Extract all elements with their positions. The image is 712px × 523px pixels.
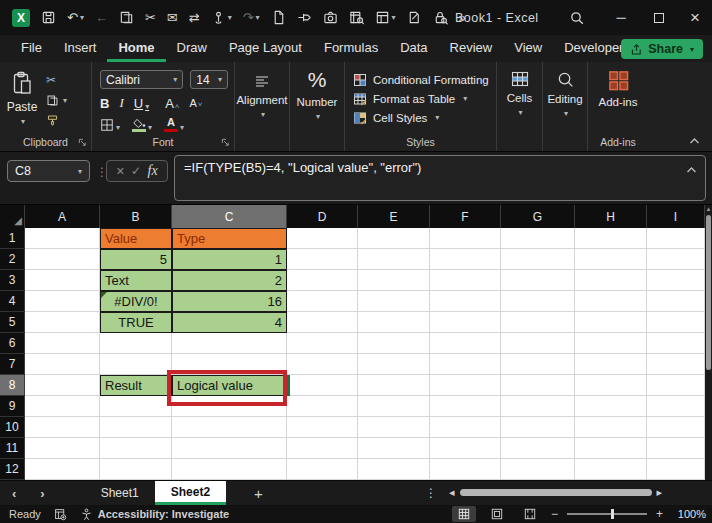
next-sheet-button[interactable]: › <box>28 481 56 505</box>
enter-icon[interactable]: ✓ <box>131 165 141 177</box>
menu-tab-view[interactable]: View <box>503 35 553 62</box>
cell-styles-button[interactable]: Cell Styles▾ <box>353 108 496 127</box>
cell-B12[interactable] <box>100 459 172 480</box>
column-header-e[interactable]: E <box>358 205 430 228</box>
cell-D8[interactable] <box>287 375 358 396</box>
menu-tab-home[interactable]: Home <box>107 35 165 62</box>
expand-formula-bar-button[interactable] <box>686 166 697 174</box>
page-break-view-button[interactable] <box>518 506 542 522</box>
column-header-b[interactable]: B <box>100 205 172 228</box>
column-header-h[interactable]: H <box>575 205 647 228</box>
font-color-button[interactable]: A ▾ <box>164 117 184 132</box>
cell-D10[interactable] <box>287 417 358 438</box>
font-name-select[interactable]: Calibri ▾ <box>100 70 183 89</box>
row-header-6[interactable]: 6 <box>0 333 25 354</box>
cell-E7[interactable] <box>358 354 430 375</box>
row-header-9[interactable]: 9 <box>0 396 25 417</box>
column-header-d[interactable]: D <box>287 205 358 228</box>
cell-I8[interactable] <box>647 375 705 396</box>
cell-F12[interactable] <box>430 459 501 480</box>
maximize-button[interactable] <box>642 0 676 35</box>
scroll-up-icon[interactable]: ▲ <box>705 206 712 212</box>
lock-icon[interactable] <box>433 10 448 25</box>
cell-C3[interactable]: 2 <box>172 270 287 291</box>
column-header-i[interactable]: I <box>647 205 705 228</box>
cell-E10[interactable] <box>358 417 430 438</box>
cell-I4[interactable] <box>647 291 705 312</box>
accessibility-status[interactable]: Accessibility: Investigate <box>80 508 229 521</box>
cell-H12[interactable] <box>575 459 647 480</box>
cells-group[interactable]: Cells ▾ <box>497 62 543 151</box>
cut-icon[interactable]: ✂ <box>145 11 156 24</box>
camera-icon[interactable] <box>323 10 338 25</box>
cell-E6[interactable] <box>358 333 430 354</box>
column-header-c[interactable]: C <box>172 205 287 228</box>
cell-H4[interactable] <box>575 291 647 312</box>
cell-A10[interactable] <box>25 417 100 438</box>
cell-I2[interactable] <box>647 249 705 270</box>
cell-C4[interactable]: 16 <box>172 291 287 312</box>
cell-A7[interactable] <box>25 354 100 375</box>
cell-A6[interactable] <box>25 333 100 354</box>
share-button[interactable]: Share ▾ <box>621 39 703 59</box>
add-sheet-button[interactable]: + <box>254 481 263 505</box>
cell-D1[interactable] <box>287 228 358 249</box>
page-layout-view-button[interactable] <box>485 506 509 522</box>
column-header-f[interactable]: F <box>430 205 501 228</box>
horizontal-scroll-thumb[interactable] <box>460 489 652 496</box>
cell-I10[interactable] <box>647 417 705 438</box>
redo-icon[interactable]: ↷▾ <box>243 11 260 24</box>
cell-C5[interactable]: 4 <box>172 312 287 333</box>
cell-C1[interactable]: Type <box>172 228 287 249</box>
clipboard-dialog-launcher-icon[interactable] <box>78 138 87 147</box>
cell-H11[interactable] <box>575 438 647 459</box>
menu-tab-data[interactable]: Data <box>389 35 438 62</box>
cell-G1[interactable] <box>501 228 575 249</box>
column-header-g[interactable]: G <box>501 205 575 228</box>
undo-icon[interactable]: ↶▾ <box>67 11 84 24</box>
number-group[interactable]: % Number ▾ <box>290 62 345 151</box>
column-header-a[interactable]: A <box>25 205 100 228</box>
cell-B10[interactable] <box>100 417 172 438</box>
cell-E2[interactable] <box>358 249 430 270</box>
row-header-11[interactable]: 11 <box>0 438 25 459</box>
cell-F10[interactable] <box>430 417 501 438</box>
cell-D11[interactable] <box>287 438 358 459</box>
cell-B11[interactable] <box>100 438 172 459</box>
cell-G2[interactable] <box>501 249 575 270</box>
cell-B3[interactable]: Text <box>100 270 172 291</box>
borders-button[interactable]: ▾ <box>100 118 120 132</box>
cancel-icon[interactable]: × <box>116 164 124 178</box>
cell-B2[interactable]: 5 <box>100 249 172 270</box>
cell-H5[interactable] <box>575 312 647 333</box>
cell-D2[interactable] <box>287 249 358 270</box>
horizontal-scrollbar[interactable]: ◂ ▸ <box>449 480 697 505</box>
cell-C7[interactable] <box>172 354 287 375</box>
fill-color-button[interactable]: ▾ <box>132 118 152 132</box>
bold-button[interactable]: B <box>100 96 109 111</box>
minimize-button[interactable]: ─ <box>604 0 638 35</box>
cell-F5[interactable] <box>430 312 501 333</box>
cell-C6[interactable] <box>172 333 287 354</box>
menu-tab-review[interactable]: Review <box>439 35 504 62</box>
cell-C11[interactable] <box>172 438 287 459</box>
cell-A8[interactable] <box>25 375 100 396</box>
back-icon[interactable]: ← <box>95 11 108 24</box>
cut-button[interactable]: ✂ <box>44 72 67 88</box>
macro-record-button[interactable] <box>54 508 67 521</box>
copy-button[interactable]: ▾ <box>44 92 67 108</box>
collapse-ribbon-button[interactable] <box>689 137 700 145</box>
format-as-table-button[interactable]: Format as Table▾ <box>353 89 496 108</box>
cell-D7[interactable] <box>287 354 358 375</box>
cell-H1[interactable] <box>575 228 647 249</box>
save-icon[interactable] <box>41 10 56 25</box>
italic-button[interactable]: I <box>119 95 123 111</box>
menu-tab-draw[interactable]: Draw <box>166 35 218 62</box>
excel-logo-icon[interactable]: X <box>12 9 30 27</box>
cell-B5[interactable]: TRUE <box>100 312 172 333</box>
sheet-options-icon[interactable]: ⋮ <box>425 480 437 505</box>
touch-icon[interactable]: ▾ <box>211 10 232 25</box>
zoom-slider-handle[interactable] <box>611 509 614 519</box>
cell-F9[interactable] <box>430 396 501 417</box>
zoom-in-button[interactable]: + <box>656 507 663 521</box>
